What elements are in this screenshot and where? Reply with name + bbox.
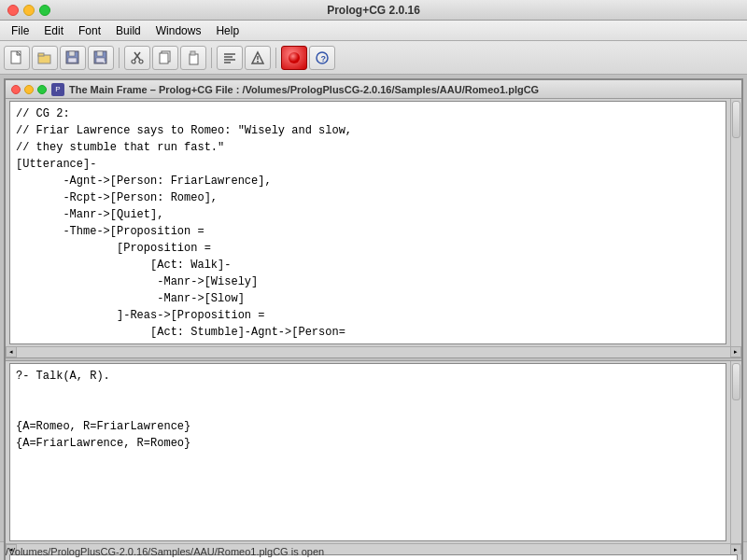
main-area: P The Main Frame – Prolog+CG File : /Vol…: [0, 75, 747, 541]
code-panel[interactable]: // CG 2: // Friar Lawrence says to Romeo…: [9, 101, 726, 344]
svg-rect-16: [160, 53, 168, 63]
separator-3: [275, 48, 276, 68]
query-panel[interactable]: ?- Talk(A, R). {A=Romeo, R=FriarLawrence…: [9, 363, 726, 541]
svg-text:?: ?: [321, 54, 327, 63]
scrollbar-thumb[interactable]: [732, 101, 740, 138]
svg-point-13: [132, 60, 135, 63]
file-icon: P: [51, 83, 64, 96]
svg-point-14: [139, 60, 143, 63]
menu-file[interactable]: File: [4, 22, 36, 39]
tool2-button[interactable]: [245, 46, 271, 70]
close-button[interactable]: [7, 5, 19, 16]
paste-button[interactable]: [180, 46, 206, 70]
scroll-right-arrow[interactable]: ▸: [730, 346, 741, 357]
svg-rect-17: [190, 54, 198, 64]
menu-help[interactable]: Help: [208, 22, 247, 39]
toolbar: + ?: [0, 41, 747, 75]
align-left-button[interactable]: [217, 46, 243, 70]
query-scrollbar-track[interactable]: [731, 361, 741, 543]
info-button[interactable]: ?: [309, 46, 335, 70]
title-bar: Prolog+CG 2.0.16: [0, 0, 747, 21]
new-button[interactable]: [4, 46, 30, 70]
status-text: /Volumes/PrologPlusCG-2.0.16/Samples/AAU…: [6, 546, 324, 557]
app-title: Prolog+CG 2.0.16: [327, 4, 420, 17]
svg-rect-6: [68, 58, 77, 63]
sub-window-title: The Main Frame – Prolog+CG File : /Volum…: [69, 84, 539, 95]
query-panel-wrapper: ?- Talk(A, R). {A=Romeo, R=FriarLawrence…: [6, 361, 741, 554]
menu-build[interactable]: Build: [108, 22, 148, 39]
query-scrollbar-thumb[interactable]: [732, 363, 740, 400]
minimize-button[interactable]: [23, 5, 35, 16]
query-scrollbar-v[interactable]: [730, 361, 741, 543]
svg-point-25: [257, 61, 259, 63]
sub-window: P The Main Frame – Prolog+CG File : /Vol…: [4, 78, 743, 560]
code-scrollbar-h[interactable]: ◂ ▸: [6, 346, 741, 357]
svg-text:+: +: [103, 59, 106, 64]
open-button[interactable]: [32, 46, 58, 70]
sub-traffic-lights: [11, 85, 47, 94]
save-as-button[interactable]: +: [88, 46, 114, 70]
query-content[interactable]: ?- Talk(A, R). {A=Romeo, R=FriarLawrence…: [10, 364, 726, 540]
scroll-left-arrow[interactable]: ◂: [6, 346, 17, 357]
menu-bar: File Edit Font Build Windows Help: [0, 21, 747, 41]
separator-2: [211, 48, 212, 68]
svg-rect-3: [38, 53, 44, 56]
menu-edit[interactable]: Edit: [36, 22, 71, 39]
svg-rect-5: [69, 51, 75, 56]
separator-1: [119, 48, 120, 68]
sub-close-button[interactable]: [11, 85, 21, 94]
save-button[interactable]: [60, 46, 86, 70]
query-scroll-right[interactable]: ▸: [730, 544, 741, 555]
copy-button[interactable]: [152, 46, 178, 70]
code-panel-inner: // CG 2: // Friar Lawrence says to Romeo…: [6, 99, 741, 346]
code-scrollbar-v[interactable]: [730, 99, 741, 346]
menu-windows[interactable]: Windows: [148, 22, 209, 39]
svg-rect-18: [190, 51, 195, 55]
stop-button[interactable]: [281, 46, 307, 70]
code-panel-wrapper: // CG 2: // Friar Lawrence says to Romeo…: [6, 99, 741, 357]
menu-font[interactable]: Font: [71, 22, 108, 39]
panels-container: // CG 2: // Friar Lawrence says to Romeo…: [6, 99, 741, 560]
cut-button[interactable]: [124, 46, 150, 70]
query-panel-inner: ?- Talk(A, R). {A=Romeo, R=FriarLawrence…: [6, 361, 741, 543]
svg-rect-8: [97, 51, 103, 56]
h-track: [17, 347, 730, 357]
maximize-button[interactable]: [39, 5, 50, 16]
code-content[interactable]: // CG 2: // Friar Lawrence says to Romeo…: [10, 102, 726, 343]
sub-maximize-button[interactable]: [37, 85, 47, 94]
sub-minimize-button[interactable]: [24, 85, 34, 94]
svg-point-26: [289, 52, 300, 63]
traffic-lights: [7, 5, 50, 16]
sub-title-bar: P The Main Frame – Prolog+CG File : /Vol…: [6, 80, 741, 99]
scrollbar-track[interactable]: [731, 99, 741, 346]
